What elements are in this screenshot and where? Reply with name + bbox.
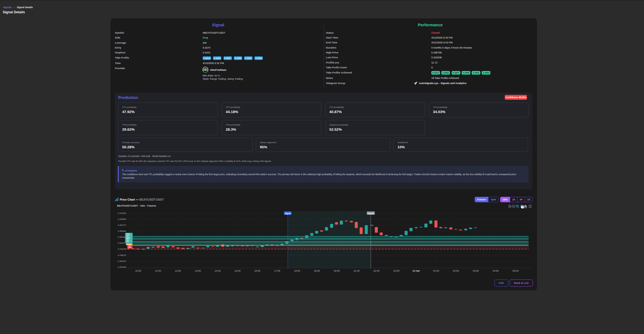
svg-text:SL: SL <box>129 246 131 248</box>
svg-text:0.405609: 0.405609 <box>118 218 126 220</box>
svg-text:18:00: 18:00 <box>294 269 300 272</box>
svg-text:0.369844: 0.369844 <box>118 230 126 232</box>
svg-text:01:00: 01:00 <box>433 269 439 272</box>
svg-text:13 Apr: 13 Apr <box>412 269 420 272</box>
svg-text:0.334079: 0.334079 <box>118 242 126 244</box>
svg-text:16:00: 16:00 <box>254 269 261 272</box>
svg-text:13:00: 13:00 <box>195 269 201 272</box>
svg-text:21:00: 21:00 <box>354 269 360 272</box>
svg-text:0.316196: 0.316196 <box>118 248 126 250</box>
svg-text:Entry ✓: Entry ✓ <box>127 243 133 246</box>
svg-text:14:00: 14:00 <box>215 269 221 272</box>
svg-text:Closed: Closed <box>368 213 374 214</box>
svg-text:0.387727: 0.387727 <box>118 224 126 226</box>
svg-text:0.298313: 0.298313 <box>118 254 126 256</box>
svg-text:0.262548: 0.262548 <box>118 266 126 268</box>
svg-text:11:00: 11:00 <box>155 269 161 272</box>
svg-text:TP1 ✓: TP1 ✓ <box>126 241 132 243</box>
svg-text:03:00: 03:00 <box>473 269 479 272</box>
svg-text:15:00: 15:00 <box>234 269 241 272</box>
svg-text:0.280431: 0.280431 <box>118 260 126 262</box>
svg-text:02:00: 02:00 <box>453 269 459 272</box>
svg-text:04:00: 04:00 <box>493 269 499 272</box>
svg-text:0.351962: 0.351962 <box>118 236 126 238</box>
svg-text:10:00: 10:00 <box>135 269 141 272</box>
svg-text:22:00: 22:00 <box>373 269 380 272</box>
svg-text:Signal: Signal <box>285 213 290 215</box>
svg-text:23:00: 23:00 <box>393 269 400 272</box>
svg-text:05:00: 05:00 <box>512 269 519 272</box>
svg-text:20:00: 20:00 <box>334 269 340 272</box>
svg-text:19:00: 19:00 <box>314 269 320 272</box>
svg-text:17:00: 17:00 <box>274 269 280 272</box>
svg-text:12:00: 12:00 <box>175 269 181 272</box>
svg-text:0.423492: 0.423492 <box>118 212 126 214</box>
